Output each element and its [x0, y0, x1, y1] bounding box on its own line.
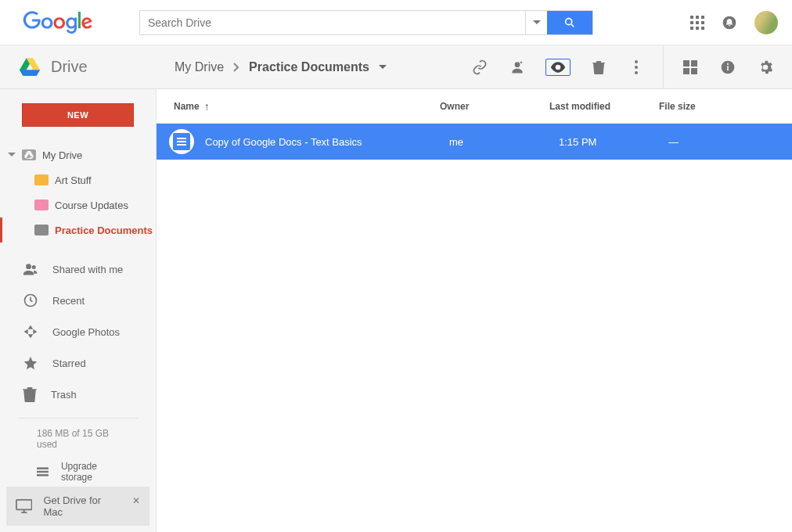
settings-icon[interactable] [756, 58, 775, 77]
upgrade-label: Upgrade storage [61, 461, 119, 483]
svg-point-12 [515, 62, 520, 67]
chevron-down-icon[interactable] [379, 63, 387, 71]
grid-view-icon[interactable] [681, 58, 700, 77]
search-dropdown-button[interactable] [525, 11, 547, 34]
drive-title: Drive [51, 58, 88, 76]
search-button[interactable] [547, 11, 592, 34]
svg-point-24 [32, 265, 36, 269]
nav-label: Shared with me [52, 264, 123, 275]
more-vert-icon[interactable] [627, 58, 646, 77]
col-name-label: Name [174, 101, 200, 112]
svg-rect-19 [691, 68, 697, 74]
svg-line-1 [571, 24, 574, 27]
svg-rect-4 [701, 16, 704, 19]
tree-folder-practice-documents[interactable]: Practice Documents [0, 217, 156, 243]
tree-my-drive[interactable]: My Drive [0, 142, 156, 167]
svg-point-0 [566, 18, 572, 24]
svg-point-14 [635, 66, 638, 69]
photos-icon [23, 324, 38, 340]
nav-shared[interactable]: Shared with me [0, 253, 156, 285]
search-bar [139, 10, 593, 35]
toolbar-right [453, 45, 792, 88]
nav-trash[interactable]: Trash [0, 379, 156, 410]
column-headers: Name ↑ Owner Last modified File size [157, 89, 792, 124]
tree-folder-art-stuff[interactable]: Art Stuff [0, 167, 156, 192]
folder-icon [34, 200, 49, 210]
nav-photos[interactable]: Google Photos [0, 316, 156, 347]
folder-label: Course Updates [55, 200, 128, 211]
drive-logo-icon [20, 58, 40, 77]
nav-label: Starred [52, 358, 86, 369]
tree-folder-course-updates[interactable]: Course Updates [0, 192, 156, 217]
svg-rect-3 [696, 16, 699, 19]
header [0, 0, 792, 45]
header-right [690, 11, 781, 34]
close-icon[interactable]: ✕ [132, 495, 140, 506]
google-logo[interactable] [22, 11, 94, 34]
folder-icon [34, 225, 49, 235]
svg-rect-5 [690, 21, 693, 24]
file-modified: 1:15 PM [559, 136, 668, 148]
svg-rect-17 [691, 60, 697, 66]
get-drive-banner[interactable]: Get Drive for Mac ✕ [6, 487, 149, 526]
col-size[interactable]: File size [659, 101, 775, 112]
storage-block: 186 MB of 15 GB used Upgrade storage [17, 418, 139, 491]
toolbar: Drive My Drive Practice Documents [0, 45, 792, 89]
nav-label: Recent [52, 295, 85, 307]
file-owner: me [449, 136, 559, 148]
avatar[interactable] [754, 11, 778, 34]
svg-rect-29 [16, 500, 32, 510]
col-name[interactable]: Name ↑ [174, 100, 440, 113]
preview-icon[interactable] [545, 59, 571, 76]
drive-folder-icon [24, 151, 34, 159]
svg-point-23 [26, 264, 31, 269]
link-icon[interactable] [470, 58, 489, 77]
storage-icon [37, 466, 49, 477]
main: NEW My Drive Art Stuff Course Updates Pr… [0, 89, 792, 532]
breadcrumb: My Drive Practice Documents [175, 60, 387, 74]
svg-rect-10 [701, 27, 704, 30]
nav-list: Shared with me Recent Google Photos Star… [0, 253, 156, 410]
svg-point-15 [635, 71, 638, 74]
desktop-icon [16, 499, 32, 513]
svg-rect-28 [37, 474, 49, 476]
folder-tree: My Drive Art Stuff Course Updates Practi… [0, 136, 156, 249]
nav-label: Google Photos [52, 326, 120, 338]
info-icon[interactable] [718, 58, 737, 77]
folder-label: Art Stuff [55, 174, 92, 186]
svg-rect-8 [690, 27, 693, 30]
breadcrumb-root[interactable]: My Drive [175, 60, 224, 74]
chevron-right-icon [233, 63, 239, 72]
search-input[interactable] [140, 11, 525, 34]
share-person-icon[interactable] [508, 58, 527, 77]
file-row[interactable]: Copy of Google Docs - Text Basics me 1:1… [157, 124, 792, 160]
nav-label: Trash [51, 389, 77, 401]
svg-rect-16 [683, 60, 689, 66]
sidebar: NEW My Drive Art Stuff Course Updates Pr… [0, 89, 157, 532]
file-size: — [668, 136, 779, 148]
apps-icon[interactable] [690, 16, 704, 30]
upgrade-storage[interactable]: Upgrade storage [37, 461, 119, 483]
svg-rect-7 [701, 21, 704, 24]
new-button[interactable]: NEW [22, 103, 134, 127]
drive-title-area: Drive [0, 58, 157, 77]
svg-rect-2 [690, 16, 693, 19]
trash-icon[interactable] [589, 58, 608, 77]
folder-icon [34, 174, 49, 185]
svg-rect-9 [696, 27, 699, 30]
folder-label: Practice Documents [55, 225, 153, 236]
clock-icon [23, 293, 38, 308]
svg-rect-6 [696, 21, 699, 24]
notifications-icon[interactable] [722, 15, 737, 31]
svg-rect-27 [37, 471, 49, 473]
nav-recent[interactable]: Recent [0, 285, 156, 316]
col-owner[interactable]: Owner [440, 101, 549, 112]
svg-point-22 [727, 63, 729, 64]
nav-starred[interactable]: Starred [0, 347, 156, 379]
col-modified[interactable]: Last modified [549, 101, 659, 112]
svg-rect-26 [37, 467, 49, 469]
tree-my-drive-label: My Drive [42, 149, 82, 161]
star-icon [23, 355, 38, 371]
breadcrumb-current[interactable]: Practice Documents [249, 60, 369, 74]
sort-ascending-icon: ↑ [204, 100, 210, 113]
